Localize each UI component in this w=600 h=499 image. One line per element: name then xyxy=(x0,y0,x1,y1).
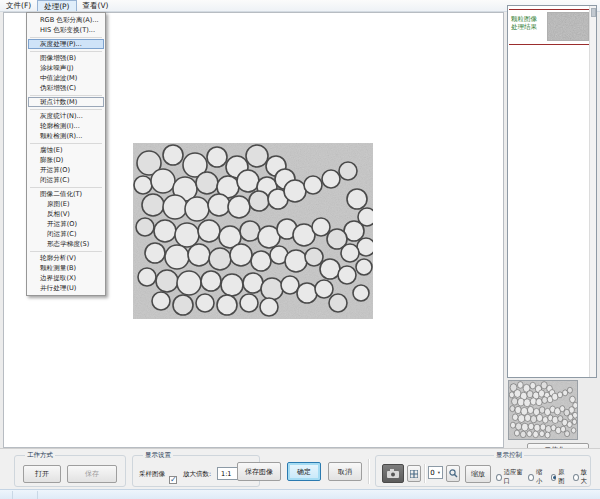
display-control-group: 显示控制 0 ▾ 缩放 适应窗口缩小原图放大 xyxy=(375,455,591,487)
menu-item-13[interactable]: 轮廓检测(I)... xyxy=(27,121,105,131)
menu-separator xyxy=(27,93,105,97)
menu-separator xyxy=(27,35,105,39)
work-mode-group: 工作方式 打开 保存 xyxy=(14,455,126,487)
frame-spinner[interactable]: 0 ▾ xyxy=(428,466,443,479)
result-list[interactable]: 颗粒图像 处理结果 xyxy=(507,5,597,378)
zoom-mode-radio-label: 原图 xyxy=(558,468,567,486)
selection-rule-bottom xyxy=(509,44,590,45)
zoom-mode-radio-1[interactable]: 缩小 xyxy=(528,468,545,486)
menu-item-1[interactable]: HIS 色彩变换(T)... xyxy=(27,25,105,35)
list-scroll-thumb[interactable] xyxy=(591,8,596,17)
frame-spinner-value: 0 xyxy=(429,469,436,477)
zoom-mode-radio-2[interactable]: 原图 xyxy=(551,468,568,486)
list-scrollbar[interactable] xyxy=(589,6,596,377)
particle-image xyxy=(133,143,373,319)
toolbar-divider xyxy=(368,459,370,484)
work-mode-group-label: 工作方式 xyxy=(25,451,55,460)
menu-item-24[interactable]: 开运算(O) xyxy=(27,219,105,229)
zoom-mode-radios: 适应窗口缩小原图放大 xyxy=(496,468,590,486)
menu-separator xyxy=(27,249,105,253)
radio-icon[interactable] xyxy=(496,474,502,481)
menu-item-29[interactable]: 颗粒测量(B) xyxy=(27,263,105,273)
save-button[interactable]: 保存 xyxy=(67,465,117,483)
menu-separator xyxy=(27,107,105,111)
zoom-mode-radio-0[interactable]: 适应窗口 xyxy=(496,468,523,486)
ok-button[interactable]: 确定 xyxy=(287,462,321,481)
magnifier-icon[interactable] xyxy=(446,465,460,482)
menu-item-28[interactable]: 轮廓分析(V) xyxy=(27,253,105,263)
menu-item-14[interactable]: 颗粒检测(R)... xyxy=(27,131,105,141)
menu-item-21[interactable]: 图像二值化(T) xyxy=(27,189,105,199)
menu-item-5[interactable]: 图像增强(B) xyxy=(27,53,105,63)
menu-item-31[interactable]: 并行处理(U) xyxy=(27,283,105,293)
menu-item-10[interactable]: 斑点计数(M) xyxy=(28,97,104,107)
menu-item-17[interactable]: 膨胀(D) xyxy=(27,155,105,165)
cancel-button[interactable]: 取消 xyxy=(328,462,362,481)
status-bar xyxy=(0,489,600,499)
result-list-selected-item[interactable]: 颗粒图像 处理结果 xyxy=(509,9,590,45)
zoom-mode-radio-3[interactable]: 放大 xyxy=(573,468,590,486)
radio-icon[interactable] xyxy=(573,474,579,481)
control-divider xyxy=(424,464,426,483)
menu-item-16[interactable]: 腐蚀(E) xyxy=(27,145,105,155)
menu-item-0[interactable]: RGB 色彩分离(A)... xyxy=(27,15,105,25)
grid-icon[interactable] xyxy=(407,465,421,482)
display-control-group-label: 显示控制 xyxy=(494,451,524,460)
menu-item-25[interactable]: 闭运算(C) xyxy=(27,229,105,239)
menu-item-18[interactable]: 开运算(O) xyxy=(27,165,105,175)
zoom-mode-radio-label: 适应窗口 xyxy=(504,468,523,486)
status-cell-1 xyxy=(0,491,13,499)
menu-item-19[interactable]: 闭运算(C) xyxy=(27,175,105,185)
menu-item-23[interactable]: 反相(V) xyxy=(27,209,105,219)
menu-item-3[interactable]: 灰度处理(P)... xyxy=(28,39,104,49)
radio-icon[interactable] xyxy=(528,474,534,481)
result-item-label: 颗粒图像 处理结果 xyxy=(511,15,537,31)
menu-process[interactable]: 处理(P) xyxy=(37,0,76,11)
menu-item-26[interactable]: 形态学梯度(S) xyxy=(27,239,105,249)
zoom-button[interactable]: 缩放 xyxy=(465,465,491,483)
menu-item-12[interactable]: 灰度统计(N)... xyxy=(27,111,105,121)
display-settings-group-label: 显示设置 xyxy=(143,451,173,460)
status-cell-2 xyxy=(13,491,38,499)
menu-separator xyxy=(27,185,105,189)
zoom-mode-radio-label: 缩小 xyxy=(536,468,545,486)
save-image-button[interactable]: 保存图像 xyxy=(237,462,281,481)
menu-item-30[interactable]: 边界提取(X) xyxy=(27,273,105,283)
open-button[interactable]: 打开 xyxy=(23,465,61,483)
process-menu-dropdown: RGB 色彩分离(A)...HIS 色彩变换(T)...灰度处理(P)...图像… xyxy=(26,12,106,296)
selection-rule-top xyxy=(509,9,590,10)
radio-icon[interactable] xyxy=(551,474,557,481)
sample-image-label: 采样图像 xyxy=(139,469,165,479)
result-item-thumbnail xyxy=(547,12,589,41)
menu-item-8[interactable]: 伪彩增强(C) xyxy=(27,83,105,93)
zoom-mode-radio-label: 放大 xyxy=(581,468,590,486)
menu-item-7[interactable]: 中值滤波(M) xyxy=(27,73,105,83)
original-image-thumbnail[interactable] xyxy=(508,380,578,440)
menu-separator xyxy=(27,141,105,145)
menu-item-6[interactable]: 涂抹噪声(J) xyxy=(27,63,105,73)
menu-file[interactable]: 文件(F) xyxy=(0,0,37,11)
zoom-factor-label: 放大倍数: xyxy=(183,469,211,479)
spinner-arrows-icon[interactable]: ▾ xyxy=(436,470,442,475)
camera-icon[interactable] xyxy=(382,464,404,483)
menu-separator xyxy=(27,49,105,53)
sample-image-checkbox[interactable] xyxy=(169,476,177,484)
menu-item-22[interactable]: 原图(E) xyxy=(27,199,105,209)
menu-view[interactable]: 查看(V) xyxy=(77,0,115,11)
bottom-control-bar: 工作方式 打开 保存 显示设置 采样图像 放大倍数: 1:1 ▼ 保存图像 确定… xyxy=(0,448,600,489)
